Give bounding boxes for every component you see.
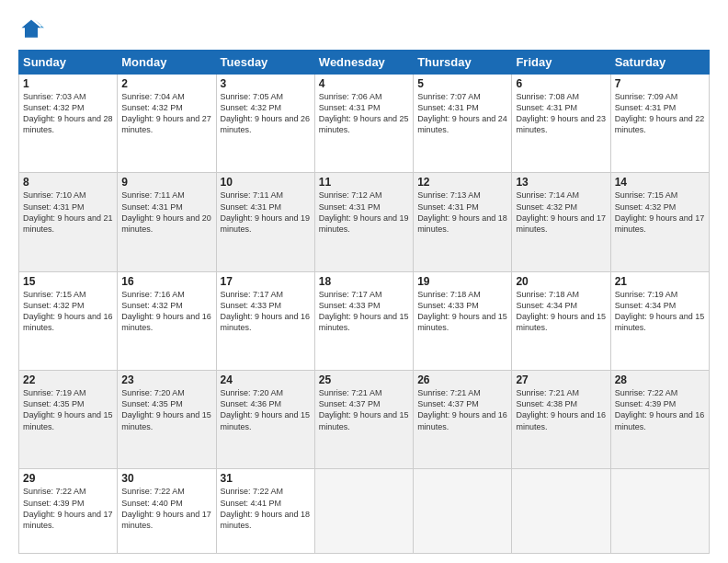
- calendar-day-cell: 5Sunrise: 7:07 AMSunset: 4:31 PMDaylight…: [414, 75, 512, 173]
- day-number: 26: [417, 373, 507, 386]
- calendar-header-row: SundayMondayTuesdayWednesdayThursdayFrid…: [19, 51, 710, 75]
- calendar-week-row: 8Sunrise: 7:10 AMSunset: 4:31 PMDaylight…: [19, 173, 710, 271]
- day-number: 16: [121, 275, 211, 288]
- day-number: 4: [319, 77, 409, 90]
- day-number: 22: [23, 373, 113, 386]
- day-detail: Sunrise: 7:04 AMSunset: 4:32 PMDaylight:…: [121, 91, 211, 136]
- day-number: 14: [615, 176, 705, 189]
- day-detail: Sunrise: 7:21 AMSunset: 4:37 PMDaylight:…: [417, 387, 507, 432]
- day-detail: Sunrise: 7:22 AMSunset: 4:40 PMDaylight:…: [121, 486, 211, 531]
- weekday-header: Saturday: [610, 51, 709, 75]
- day-detail: Sunrise: 7:12 AMSunset: 4:31 PMDaylight:…: [319, 190, 409, 235]
- calendar-day-cell: 24Sunrise: 7:20 AMSunset: 4:36 PMDayligh…: [216, 371, 314, 469]
- calendar-day-cell: 4Sunrise: 7:06 AMSunset: 4:31 PMDaylight…: [314, 75, 413, 173]
- day-detail: Sunrise: 7:11 AMSunset: 4:31 PMDaylight:…: [221, 190, 311, 235]
- day-number: 10: [221, 176, 311, 189]
- day-number: 15: [23, 275, 113, 288]
- weekday-header: Friday: [512, 51, 610, 75]
- calendar-day-cell: 13Sunrise: 7:14 AMSunset: 4:32 PMDayligh…: [512, 173, 610, 271]
- day-detail: Sunrise: 7:22 AMSunset: 4:41 PMDaylight:…: [221, 486, 311, 531]
- calendar-day-cell: 10Sunrise: 7:11 AMSunset: 4:31 PMDayligh…: [216, 173, 314, 271]
- day-number: 2: [121, 77, 211, 90]
- calendar-day-cell: 6Sunrise: 7:08 AMSunset: 4:31 PMDaylight…: [512, 75, 610, 173]
- calendar-day-cell: 17Sunrise: 7:17 AMSunset: 4:33 PMDayligh…: [216, 271, 314, 370]
- calendar-day-cell: 7Sunrise: 7:09 AMSunset: 4:31 PMDaylight…: [610, 75, 709, 173]
- day-number: 25: [319, 373, 409, 386]
- calendar-day-cell: 21Sunrise: 7:19 AMSunset: 4:34 PMDayligh…: [610, 271, 709, 370]
- day-number: 7: [615, 77, 705, 90]
- day-number: 11: [319, 176, 409, 189]
- day-number: 21: [615, 275, 705, 288]
- calendar-day-cell: 12Sunrise: 7:13 AMSunset: 4:31 PMDayligh…: [414, 173, 512, 271]
- calendar-week-row: 22Sunrise: 7:19 AMSunset: 4:35 PMDayligh…: [19, 371, 710, 469]
- weekday-header: Monday: [118, 51, 216, 75]
- calendar-day-cell: [512, 469, 610, 554]
- day-number: 3: [221, 77, 311, 90]
- calendar-day-cell: 1Sunrise: 7:03 AMSunset: 4:32 PMDaylight…: [19, 75, 118, 173]
- day-detail: Sunrise: 7:15 AMSunset: 4:32 PMDaylight:…: [615, 190, 705, 235]
- day-detail: Sunrise: 7:18 AMSunset: 4:33 PMDaylight:…: [417, 289, 507, 334]
- day-number: 9: [121, 176, 211, 189]
- calendar-day-cell: 31Sunrise: 7:22 AMSunset: 4:41 PMDayligh…: [216, 469, 314, 554]
- day-number: 31: [221, 472, 311, 485]
- calendar-day-cell: 25Sunrise: 7:21 AMSunset: 4:37 PMDayligh…: [314, 371, 413, 469]
- calendar-week-row: 1Sunrise: 7:03 AMSunset: 4:32 PMDaylight…: [19, 75, 710, 173]
- day-detail: Sunrise: 7:22 AMSunset: 4:39 PMDaylight:…: [23, 486, 113, 531]
- logo: [18, 17, 48, 42]
- day-number: 8: [23, 176, 113, 189]
- day-number: 13: [516, 176, 606, 189]
- weekday-header: Wednesday: [314, 51, 413, 75]
- day-detail: Sunrise: 7:08 AMSunset: 4:31 PMDaylight:…: [516, 91, 606, 136]
- calendar-day-cell: 30Sunrise: 7:22 AMSunset: 4:40 PMDayligh…: [118, 469, 216, 554]
- day-detail: Sunrise: 7:20 AMSunset: 4:35 PMDaylight:…: [121, 387, 211, 432]
- calendar-day-cell: [314, 469, 413, 554]
- day-number: 20: [516, 275, 606, 288]
- day-number: 5: [417, 77, 507, 90]
- calendar-day-cell: 3Sunrise: 7:05 AMSunset: 4:32 PMDaylight…: [216, 75, 314, 173]
- logo-icon: [18, 17, 44, 42]
- day-detail: Sunrise: 7:14 AMSunset: 4:32 PMDaylight:…: [516, 190, 606, 235]
- calendar-table: SundayMondayTuesdayWednesdayThursdayFrid…: [18, 50, 710, 554]
- day-detail: Sunrise: 7:16 AMSunset: 4:32 PMDaylight:…: [121, 289, 211, 334]
- calendar-day-cell: 15Sunrise: 7:15 AMSunset: 4:32 PMDayligh…: [19, 271, 118, 370]
- day-detail: Sunrise: 7:05 AMSunset: 4:32 PMDaylight:…: [221, 91, 311, 136]
- page: SundayMondayTuesdayWednesdayThursdayFrid…: [0, 0, 728, 563]
- day-detail: Sunrise: 7:18 AMSunset: 4:34 PMDaylight:…: [516, 289, 606, 334]
- day-number: 18: [319, 275, 409, 288]
- weekday-header: Thursday: [414, 51, 512, 75]
- day-detail: Sunrise: 7:10 AMSunset: 4:31 PMDaylight:…: [23, 190, 113, 235]
- day-detail: Sunrise: 7:21 AMSunset: 4:38 PMDaylight:…: [516, 387, 606, 432]
- day-number: 27: [516, 373, 606, 386]
- calendar-day-cell: 22Sunrise: 7:19 AMSunset: 4:35 PMDayligh…: [19, 371, 118, 469]
- day-detail: Sunrise: 7:17 AMSunset: 4:33 PMDaylight:…: [319, 289, 409, 334]
- calendar-day-cell: 16Sunrise: 7:16 AMSunset: 4:32 PMDayligh…: [118, 271, 216, 370]
- day-detail: Sunrise: 7:17 AMSunset: 4:33 PMDaylight:…: [221, 289, 311, 334]
- calendar-day-cell: 8Sunrise: 7:10 AMSunset: 4:31 PMDaylight…: [19, 173, 118, 271]
- day-number: 6: [516, 77, 606, 90]
- calendar-day-cell: 28Sunrise: 7:22 AMSunset: 4:39 PMDayligh…: [610, 371, 709, 469]
- day-detail: Sunrise: 7:06 AMSunset: 4:31 PMDaylight:…: [319, 91, 409, 136]
- calendar-day-cell: 20Sunrise: 7:18 AMSunset: 4:34 PMDayligh…: [512, 271, 610, 370]
- day-detail: Sunrise: 7:22 AMSunset: 4:39 PMDaylight:…: [615, 387, 705, 432]
- day-number: 28: [615, 373, 705, 386]
- day-number: 29: [23, 472, 113, 485]
- day-number: 24: [221, 373, 311, 386]
- day-detail: Sunrise: 7:03 AMSunset: 4:32 PMDaylight:…: [23, 91, 113, 136]
- day-detail: Sunrise: 7:19 AMSunset: 4:35 PMDaylight:…: [23, 387, 113, 432]
- day-detail: Sunrise: 7:07 AMSunset: 4:31 PMDaylight:…: [417, 91, 507, 136]
- day-number: 30: [121, 472, 211, 485]
- day-detail: Sunrise: 7:20 AMSunset: 4:36 PMDaylight:…: [221, 387, 311, 432]
- calendar-day-cell: 9Sunrise: 7:11 AMSunset: 4:31 PMDaylight…: [118, 173, 216, 271]
- calendar-day-cell: 23Sunrise: 7:20 AMSunset: 4:35 PMDayligh…: [118, 371, 216, 469]
- calendar-day-cell: 18Sunrise: 7:17 AMSunset: 4:33 PMDayligh…: [314, 271, 413, 370]
- day-number: 12: [417, 176, 507, 189]
- day-number: 17: [221, 275, 311, 288]
- calendar-day-cell: [610, 469, 709, 554]
- calendar-day-cell: 19Sunrise: 7:18 AMSunset: 4:33 PMDayligh…: [414, 271, 512, 370]
- day-number: 19: [417, 275, 507, 288]
- calendar-day-cell: 11Sunrise: 7:12 AMSunset: 4:31 PMDayligh…: [314, 173, 413, 271]
- day-detail: Sunrise: 7:09 AMSunset: 4:31 PMDaylight:…: [615, 91, 705, 136]
- day-detail: Sunrise: 7:19 AMSunset: 4:34 PMDaylight:…: [615, 289, 705, 334]
- calendar-week-row: 15Sunrise: 7:15 AMSunset: 4:32 PMDayligh…: [19, 271, 710, 370]
- day-number: 1: [23, 77, 113, 90]
